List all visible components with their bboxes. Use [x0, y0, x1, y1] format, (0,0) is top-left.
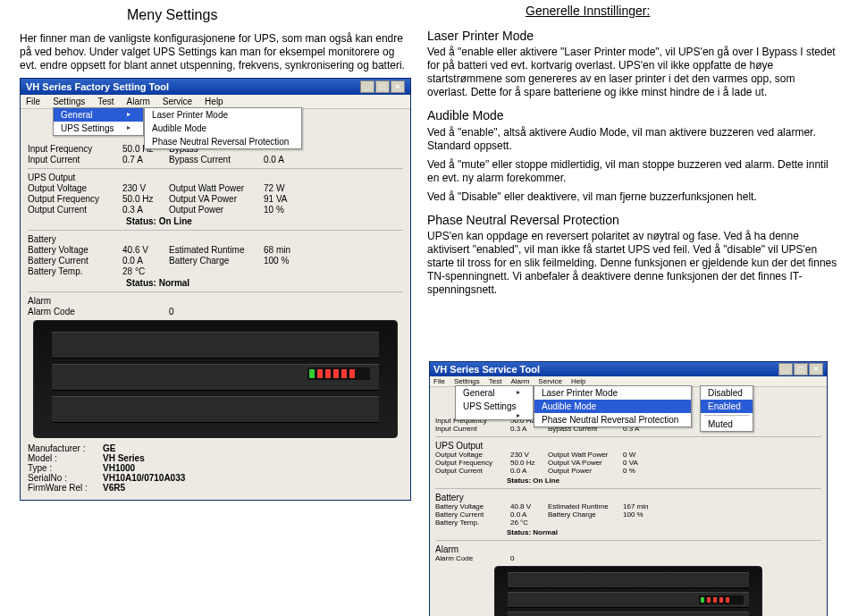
- section-heading: Meny Settings: [127, 7, 413, 23]
- label: Battery Voltage: [28, 245, 117, 255]
- value: 230 V: [122, 183, 164, 193]
- value: 40.8 V: [510, 502, 544, 511]
- label: Output Watt Power: [548, 451, 619, 459]
- menu-alarm[interactable]: Alarm: [510, 377, 529, 385]
- value: 0 %: [623, 467, 657, 475]
- titlebar: VH Series Service Tool _ □ ×: [430, 362, 827, 376]
- label: Output Watt Power: [169, 183, 258, 193]
- menu-file[interactable]: File: [433, 377, 445, 385]
- audible-para-2: Ved å "mute" eller stoppe midlertidig, v…: [427, 158, 838, 185]
- submenu-phase-neutral[interactable]: Phase Neutral Reversal Protection: [534, 413, 691, 426]
- menu-file[interactable]: File: [26, 97, 40, 106]
- menu-help[interactable]: Help: [205, 97, 223, 106]
- submenu-general[interactable]: General: [54, 108, 143, 122]
- label: SerialNo :: [28, 473, 103, 483]
- submenu-laser-printer-mode[interactable]: Laser Printer Mode: [145, 108, 301, 122]
- menu-alarm[interactable]: Alarm: [127, 97, 150, 106]
- label: Battery Current: [28, 256, 117, 266]
- minimize-button[interactable]: _: [360, 80, 374, 93]
- value: 40.6 V: [122, 245, 164, 255]
- service-tool-window: VH Series Service Tool _ □ × File Settin…: [429, 361, 828, 616]
- general-submenu: Laser Printer Mode Audible Mode Phase Ne…: [144, 107, 302, 149]
- pnr-paragraph: UPS'en kan oppdage en reversert polarite…: [427, 230, 838, 297]
- menu-service[interactable]: Service: [163, 97, 192, 106]
- section-battery: Battery: [28, 234, 403, 244]
- maximize-button[interactable]: □: [794, 363, 808, 376]
- section-battery: Battery: [435, 493, 821, 502]
- label: Battery Temp.: [435, 519, 507, 527]
- status-battery: Status: Normal: [507, 528, 821, 536]
- value: 0.0 A: [510, 511, 544, 519]
- label: Output Voltage: [435, 451, 507, 459]
- audible-para-1: Ved å "enable", altså aktivere Audio Mod…: [427, 126, 838, 153]
- label: [169, 266, 258, 276]
- maximize-button[interactable]: □: [375, 80, 390, 93]
- factory-setting-tool-window: VH Series Factory Setting Tool _ □ × Fil…: [20, 78, 411, 501]
- value: VH1000: [103, 463, 135, 473]
- value: 100 %: [623, 511, 657, 519]
- value: 50.0 Hz: [510, 459, 544, 467]
- audible-submenu: Disabled Enabled Muted: [700, 385, 753, 432]
- ups-image: [494, 566, 762, 616]
- submenu-phase-neutral[interactable]: Phase Neutral Reversal Protection: [145, 135, 301, 148]
- label: Output VA Power: [169, 194, 258, 204]
- label-input-curr: Input Current: [28, 155, 117, 165]
- status-output: Status: On Line: [507, 477, 821, 485]
- submenu-laser-printer-mode[interactable]: Laser Printer Mode: [534, 386, 691, 400]
- submenu-audible-mode[interactable]: Audible Mode: [534, 400, 691, 413]
- value: 0 W: [623, 451, 657, 459]
- label: Manufacturer :: [28, 443, 103, 453]
- label: Estimated Runtime: [169, 245, 258, 255]
- submenu-general[interactable]: General: [456, 386, 533, 400]
- label: Battery Charge: [548, 511, 619, 519]
- label: Battery Charge: [169, 256, 258, 266]
- menu-service[interactable]: Service: [538, 377, 562, 385]
- value: 72 W: [264, 183, 305, 193]
- close-button[interactable]: ×: [809, 363, 823, 376]
- value: [122, 307, 164, 316]
- label: Output Power: [548, 467, 619, 475]
- status-output: Status: On Line: [126, 216, 403, 226]
- menu-settings[interactable]: Settings: [454, 377, 480, 385]
- menu-test[interactable]: Test: [97, 97, 114, 106]
- value: 0 VA: [623, 459, 657, 467]
- section-ups-output: UPS Output: [435, 441, 821, 451]
- status-battery: Status: Normal: [126, 278, 403, 288]
- submenu-ups-settings[interactable]: UPS Settings: [54, 122, 143, 135]
- value: 100 %: [264, 256, 305, 266]
- close-button[interactable]: ×: [391, 80, 405, 93]
- value: 0.3 A: [122, 205, 164, 215]
- menu-help[interactable]: Help: [571, 377, 585, 385]
- settings-submenu: General UPS Settings: [455, 385, 534, 420]
- label-input-freq: Input Frequency: [28, 144, 117, 154]
- ups-image: [33, 320, 398, 438]
- general-submenu: Laser Printer Mode Audible Mode Phase Ne…: [534, 385, 692, 427]
- label: Battery Temp.: [28, 266, 117, 276]
- label: Output Current: [435, 467, 507, 475]
- value: 26 °C: [510, 519, 544, 527]
- device-info: Manufacturer :GE Model :VH Series Type :…: [28, 443, 403, 493]
- option-muted[interactable]: Muted: [701, 418, 753, 431]
- value-input-curr: 0.7 A: [122, 155, 164, 165]
- option-disabled[interactable]: Disabled: [701, 386, 753, 400]
- section-alarm: Alarm: [435, 544, 821, 554]
- label-bypass-curr: Bypass Current: [169, 155, 258, 165]
- value: 0.0 A: [122, 256, 164, 266]
- laser-printer-heading: Laser Printer Mode: [427, 29, 838, 45]
- value: VH10A10/0710A033: [103, 473, 185, 483]
- laser-printer-paragraph: Ved å "enable eller aktivere "Laser Prin…: [427, 46, 838, 99]
- menu-settings[interactable]: Settings: [53, 97, 85, 106]
- submenu-ups-settings[interactable]: UPS Settings: [456, 400, 533, 413]
- minimize-button[interactable]: _: [778, 363, 793, 376]
- option-enabled[interactable]: Enabled: [701, 400, 753, 413]
- label: Battery Current: [435, 511, 507, 519]
- audible-mode-heading: Audible Mode: [427, 108, 838, 124]
- value-alarm-code: 0: [169, 307, 258, 316]
- generelle-heading: Generelle Innstillinger:: [526, 4, 838, 20]
- window-title: VH Series Service Tool: [433, 364, 540, 375]
- section-alarm: Alarm: [28, 296, 403, 306]
- submenu-audible-mode[interactable]: Audible Mode: [145, 122, 301, 135]
- menu-test[interactable]: Test: [489, 377, 502, 385]
- value: VH Series: [103, 453, 145, 463]
- label: Output Power: [169, 205, 258, 215]
